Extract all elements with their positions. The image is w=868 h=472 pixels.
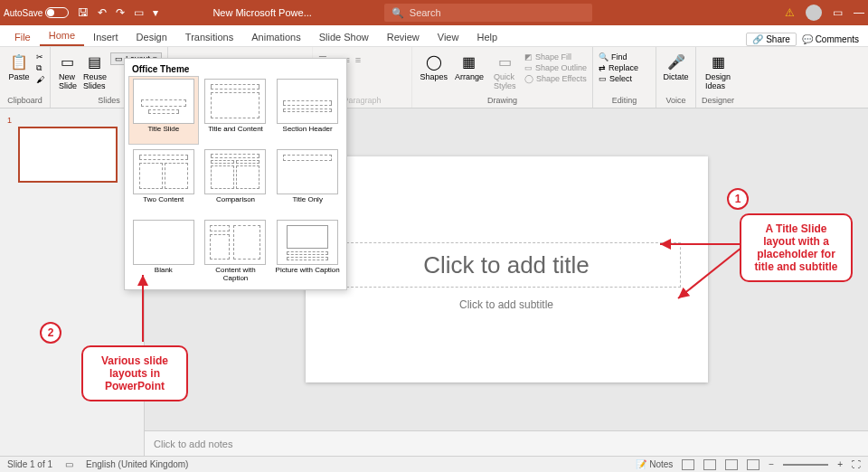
tab-file[interactable]: File xyxy=(5,28,40,46)
notes-button[interactable]: 📝 Notes xyxy=(636,459,673,469)
replace-button[interactable]: ⇄ Replace xyxy=(599,63,638,72)
layout-title-and-content[interactable]: Title and Content xyxy=(201,76,271,145)
shapes-icon: ◯ xyxy=(425,52,443,71)
arrange-icon: ▦ xyxy=(460,52,478,71)
annotation-badge-1: 1 xyxy=(727,188,749,210)
minimize-icon[interactable]: — xyxy=(854,6,864,19)
microphone-icon: 🎤 xyxy=(667,52,685,71)
group-voice-label: Voice xyxy=(662,96,690,106)
warning-icon[interactable]: ⚠ xyxy=(785,6,795,19)
autosave-label: AutoSave xyxy=(4,8,42,18)
fit-to-window-icon[interactable]: ⛶ xyxy=(852,459,861,469)
clipboard-icon: 📋 xyxy=(10,52,28,71)
slide-thumbnail-number: 1 xyxy=(7,116,137,125)
search-icon: 🔍 xyxy=(392,7,404,19)
normal-view-icon[interactable] xyxy=(682,459,694,470)
reuse-slides-icon: ▤ xyxy=(86,52,104,71)
tab-review[interactable]: Review xyxy=(378,28,429,46)
quick-styles-button[interactable]: ▭Quick Styles xyxy=(489,49,521,90)
reuse-slides-button[interactable]: ▤ Reuse Slides xyxy=(83,49,107,90)
zoom-slider[interactable] xyxy=(783,464,828,466)
document-title: New Microsoft Powe... xyxy=(212,7,311,18)
group-drawing-label: Drawing xyxy=(418,96,587,106)
new-slide-button[interactable]: ▭ New Slide xyxy=(56,49,80,90)
tab-insert[interactable]: Insert xyxy=(84,28,127,46)
statusbar: Slide 1 of 1 ▭ English (United Kingdom) … xyxy=(0,456,868,472)
dictate-button[interactable]: 🎤Dictate xyxy=(662,49,690,81)
menubar: File Home Insert Design Transitions Anim… xyxy=(0,25,868,47)
annotation-callout-1: A Title Slide layout with a placeholder … xyxy=(740,213,853,282)
quick-styles-icon: ▭ xyxy=(495,52,514,71)
arrange-button[interactable]: ▦Arrange xyxy=(453,49,485,81)
layout-section-header[interactable]: Section Header xyxy=(272,76,343,145)
save-icon[interactable]: 🖫 xyxy=(78,6,89,19)
slide-counter[interactable]: Slide 1 of 1 xyxy=(7,459,52,469)
titlebar: AutoSave 🖫 ↶ ↷ ▭ ▾ New Microsoft Powe...… xyxy=(0,0,868,25)
group-clipboard-label: Clipboard xyxy=(5,96,44,106)
slide-thumbnail-panel: 1 xyxy=(0,109,145,456)
tab-home[interactable]: Home xyxy=(40,26,84,46)
shape-effects-button[interactable]: ◯ Shape Effects xyxy=(524,74,587,83)
layout-comparison[interactable]: Comparison xyxy=(201,146,271,215)
search-placeholder: Search xyxy=(410,7,441,18)
slide: Click to add title Click to add subtitle xyxy=(306,156,708,382)
search-input[interactable]: 🔍 Search xyxy=(384,4,592,22)
shapes-button[interactable]: ◯Shapes xyxy=(418,49,449,81)
share-button[interactable]: 🔗 Share xyxy=(746,33,796,46)
layout-two-content[interactable]: Two Content xyxy=(128,146,199,215)
zoom-out-icon[interactable]: − xyxy=(769,459,774,469)
dropdown-icon[interactable]: ▾ xyxy=(153,6,158,19)
layout-title-only[interactable]: Title Only xyxy=(272,146,343,215)
notes-pane[interactable]: Click to add notes xyxy=(145,430,868,456)
layout-dropdown-heading: Office Theme xyxy=(128,62,343,76)
title-placeholder[interactable]: Click to add title xyxy=(333,242,681,288)
autosave-toggle[interactable]: AutoSave xyxy=(4,7,69,18)
quick-access-toolbar: 🖫 ↶ ↷ ▭ ▾ xyxy=(78,6,158,19)
tab-transitions[interactable]: Transitions xyxy=(176,28,242,46)
layout-content-with-caption[interactable]: Content with Caption xyxy=(201,217,271,286)
align-center-icon[interactable]: ≡ xyxy=(355,54,361,65)
annotation-callout-2: Various slide layouts in PowerPoint xyxy=(81,345,188,401)
paste-button[interactable]: 📋 Paste xyxy=(5,49,33,81)
format-painter-icon[interactable]: 🖌 xyxy=(36,75,44,84)
design-ideas-icon: ▦ xyxy=(709,52,727,71)
slide-sorter-icon[interactable] xyxy=(703,459,716,470)
tab-animations[interactable]: Animations xyxy=(242,28,309,46)
user-avatar[interactable] xyxy=(806,5,822,21)
slideshow-view-icon[interactable] xyxy=(747,459,760,470)
layout-blank[interactable]: Blank xyxy=(128,217,199,286)
shape-fill-button[interactable]: ◩ Shape Fill xyxy=(524,52,587,61)
layout-dropdown: Office Theme Title Slide Title and Conte… xyxy=(124,58,347,290)
ribbon-options-icon[interactable]: ▭ xyxy=(833,6,843,19)
slide-thumbnail[interactable] xyxy=(18,127,118,183)
tab-view[interactable]: View xyxy=(429,28,468,46)
layout-title-slide[interactable]: Title Slide xyxy=(128,76,199,145)
comments-button[interactable]: 💬 Comments xyxy=(802,34,859,44)
layout-picture-with-caption[interactable]: Picture with Caption xyxy=(272,217,343,286)
find-button[interactable]: 🔍 Find xyxy=(599,52,638,61)
design-ideas-button[interactable]: ▦Design Ideas xyxy=(702,49,734,90)
subtitle-placeholder[interactable]: Click to add subtitle xyxy=(360,292,654,317)
undo-icon[interactable]: ↶ xyxy=(98,6,107,19)
toggle-icon xyxy=(45,7,69,18)
start-show-icon[interactable]: ▭ xyxy=(134,6,144,19)
select-button[interactable]: ▭ Select xyxy=(599,74,638,83)
new-slide-icon: ▭ xyxy=(59,52,77,71)
tab-help[interactable]: Help xyxy=(467,28,506,46)
annotation-badge-2: 2 xyxy=(40,322,61,344)
language-button[interactable]: English (United Kingdom) xyxy=(86,459,188,469)
spell-check-icon[interactable]: ▭ xyxy=(65,459,73,469)
zoom-in-icon[interactable]: + xyxy=(837,459,843,469)
group-designer-label: Designer xyxy=(702,96,734,106)
shape-outline-button[interactable]: ▭ Shape Outline xyxy=(524,63,587,72)
group-editing-label: Editing xyxy=(599,96,650,106)
redo-icon[interactable]: ↷ xyxy=(116,6,125,19)
tab-design[interactable]: Design xyxy=(127,28,176,46)
copy-icon[interactable]: ⧉ xyxy=(36,63,44,73)
cut-icon[interactable]: ✂ xyxy=(36,52,44,61)
tab-slideshow[interactable]: Slide Show xyxy=(310,28,378,46)
reading-view-icon[interactable] xyxy=(725,459,738,470)
